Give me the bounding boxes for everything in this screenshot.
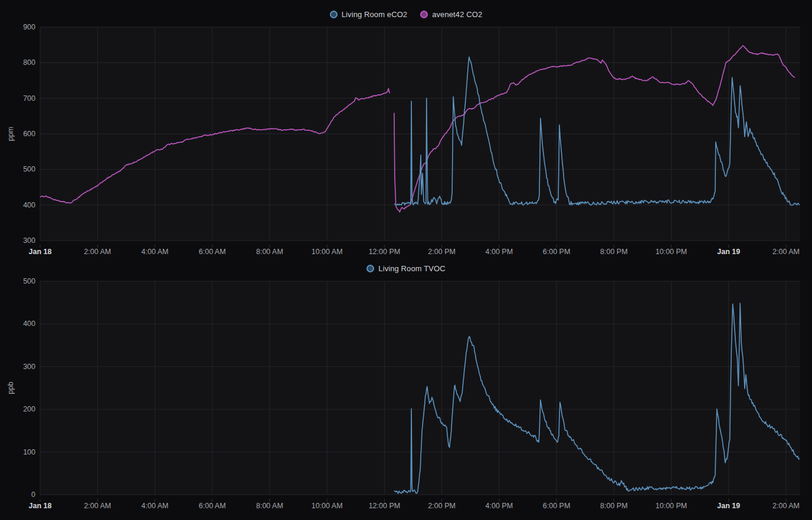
x-tick-label: 2:00 AM xyxy=(84,502,111,510)
x-tick-label: 2:00 PM xyxy=(428,248,456,256)
charts-canvas: 300400500600700800900Jan 182:00 AM4:00 A… xyxy=(0,0,812,520)
x-tick-label: Jan 18 xyxy=(29,502,52,510)
x-tick-label: 6:00 AM xyxy=(199,502,226,510)
x-tick-label: 12:00 PM xyxy=(369,502,401,510)
x-tick-label: Jan 19 xyxy=(717,248,740,256)
y-tick-label: 400 xyxy=(23,320,35,328)
x-tick-label: 2:00 AM xyxy=(84,248,111,256)
y-tick-label: 400 xyxy=(23,201,35,209)
y-tick-label: 0 xyxy=(31,491,35,499)
y-tick-label: 800 xyxy=(23,58,35,67)
x-tick-label: 4:00 AM xyxy=(142,502,169,510)
x-tick-label: 6:00 PM xyxy=(543,248,571,256)
y-tick-label: 300 xyxy=(23,363,35,371)
co2-panel: 300400500600700800900Jan 182:00 AM4:00 A… xyxy=(6,23,800,256)
y-tick-label: 100 xyxy=(23,448,35,456)
y-tick-label: 300 xyxy=(23,236,35,245)
x-tick-label: 2:00 AM xyxy=(772,248,800,256)
tvoc-y-axis-unit: ppb xyxy=(6,382,15,394)
x-tick-label: 8:00 AM xyxy=(256,248,283,256)
x-tick-label: 6:00 AM xyxy=(199,248,226,256)
co2-y-axis-unit: ppm xyxy=(6,127,15,141)
x-tick-label: Jan 19 xyxy=(717,502,740,510)
x-tick-label: 12:00 PM xyxy=(369,248,401,256)
x-tick-label: 8:00 PM xyxy=(600,248,628,256)
x-tick-label: 10:00 PM xyxy=(656,248,687,256)
x-tick-label: 8:00 PM xyxy=(600,502,628,510)
x-tick-label: Jan 18 xyxy=(29,248,52,256)
x-tick-label: 4:00 AM xyxy=(142,248,169,256)
x-tick-label: 2:00 AM xyxy=(772,502,800,510)
x-tick-label: 2:00 PM xyxy=(428,502,456,510)
y-tick-label: 700 xyxy=(23,94,35,103)
tvoc-panel: 0100200300400500Jan 182:00 AM4:00 AM6:00… xyxy=(6,277,800,510)
x-tick-label: 10:00 AM xyxy=(312,502,343,510)
y-tick-label: 600 xyxy=(23,130,35,138)
y-tick-label: 200 xyxy=(23,405,35,413)
y-tick-label: 500 xyxy=(23,277,35,285)
y-tick-label: 900 xyxy=(23,23,35,31)
x-tick-label: 4:00 PM xyxy=(486,502,513,510)
x-tick-label: 4:00 PM xyxy=(486,248,513,256)
y-tick-label: 500 xyxy=(23,165,35,173)
x-tick-label: 10:00 AM xyxy=(312,248,343,256)
x-tick-label: 10:00 PM xyxy=(656,502,687,510)
x-tick-label: 6:00 PM xyxy=(543,502,571,510)
x-tick-label: 8:00 AM xyxy=(256,502,283,510)
